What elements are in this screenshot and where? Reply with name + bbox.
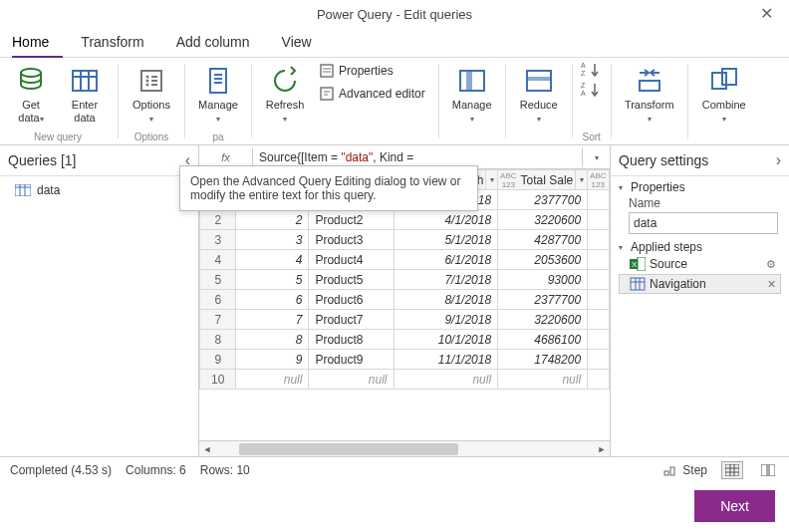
table-row[interactable]: 44Product46/1/20182053600 xyxy=(200,250,610,270)
table-row[interactable]: 66Product68/1/20182377700 xyxy=(200,290,610,310)
cell[interactable] xyxy=(588,350,610,370)
table-row[interactable]: 77Product79/1/20183220600 xyxy=(200,310,610,330)
table-row[interactable]: 22Product24/1/20183220600 xyxy=(200,210,610,230)
cell[interactable] xyxy=(588,230,610,250)
table-row[interactable]: 55Product57/1/201893000 xyxy=(200,270,610,290)
cell[interactable]: Product8 xyxy=(309,330,394,350)
row-number[interactable]: 9 xyxy=(200,350,236,370)
row-number[interactable]: 8 xyxy=(200,330,236,350)
cell[interactable]: 2377700 xyxy=(498,290,588,310)
column-filter-Order Month[interactable]: ▾ xyxy=(485,170,497,189)
cell[interactable]: 2053600 xyxy=(498,250,588,270)
sort-asc-button[interactable]: AZ xyxy=(581,62,603,78)
table-row[interactable]: 88Product810/1/20184686100 xyxy=(200,330,610,350)
cell[interactable]: 5 xyxy=(236,270,309,290)
cell[interactable]: Product5 xyxy=(309,270,394,290)
table-row[interactable]: 33Product35/1/20184287700 xyxy=(200,230,610,250)
properties-button[interactable]: Properties xyxy=(314,60,430,82)
schema-view-button[interactable] xyxy=(757,461,779,479)
cell[interactable] xyxy=(588,210,610,230)
cell[interactable]: 4287700 xyxy=(498,230,588,250)
cell[interactable]: null xyxy=(394,370,498,390)
row-number[interactable]: 7 xyxy=(200,310,236,330)
sort-desc-button[interactable]: ZA xyxy=(581,82,603,98)
column-filter-Total Sale[interactable]: ▾ xyxy=(575,170,587,189)
step-gear-icon[interactable]: ⚙ xyxy=(764,258,778,271)
formula-input[interactable]: Source{[Item = "data", Kind = xyxy=(253,147,582,167)
transform-button[interactable]: Transform▾ xyxy=(620,60,679,129)
cell[interactable]: 1748200 xyxy=(498,350,588,370)
row-number[interactable]: 5 xyxy=(200,270,236,290)
cell[interactable]: 3220600 xyxy=(498,310,588,330)
table-row[interactable]: 99Product911/1/20181748200 xyxy=(200,350,610,370)
column-header-Total Sale[interactable]: ABC123Total Sale▾ xyxy=(498,170,588,190)
applied-steps-header[interactable]: ▾Applied steps xyxy=(619,240,781,254)
properties-section-header[interactable]: ▾Properties xyxy=(619,180,781,194)
step-nav[interactable]: Step xyxy=(662,463,707,477)
horizontal-scrollbar[interactable]: ◄ ► xyxy=(199,440,610,456)
cell[interactable]: 3220600 xyxy=(498,210,588,230)
tab-view[interactable]: View xyxy=(282,28,326,57)
cell[interactable]: 6 xyxy=(236,290,309,310)
row-number[interactable]: 10 xyxy=(200,370,236,390)
cell[interactable]: 2 xyxy=(236,210,309,230)
query-name-input[interactable] xyxy=(629,212,778,234)
scroll-left-arrow[interactable]: ◄ xyxy=(199,441,215,457)
reduce-rows-button[interactable]: Reduce▾ xyxy=(514,60,564,129)
cell[interactable]: 7 xyxy=(236,310,309,330)
cell[interactable]: 4686100 xyxy=(498,330,588,350)
cell[interactable] xyxy=(588,310,610,330)
settings-collapse-button[interactable]: › xyxy=(776,151,781,169)
cell[interactable]: 2377700 xyxy=(498,190,588,210)
cell[interactable]: null xyxy=(236,370,309,390)
query-item-data[interactable]: data xyxy=(4,178,194,202)
row-number[interactable]: 3 xyxy=(200,230,236,250)
close-button[interactable]: ✕ xyxy=(751,4,781,23)
options-button[interactable]: Options▾ xyxy=(127,60,176,129)
cell[interactable]: 10/1/2018 xyxy=(394,330,498,350)
manage-parameters-button[interactable]: Manage▾ xyxy=(193,60,243,129)
manage-columns-button[interactable]: Manage▾ xyxy=(447,60,497,129)
formula-dropdown[interactable]: ▾ xyxy=(582,147,610,167)
refresh-button[interactable]: Refresh▾ xyxy=(260,60,310,129)
row-number[interactable]: 4 xyxy=(200,250,236,270)
cell[interactable] xyxy=(588,330,610,350)
cell[interactable]: 4/1/2018 xyxy=(394,210,498,230)
cell[interactable]: Product2 xyxy=(309,210,394,230)
cell[interactable]: 5/1/2018 xyxy=(394,230,498,250)
scroll-thumb[interactable] xyxy=(239,443,458,455)
applied-step-source[interactable]: XSource⚙ xyxy=(619,254,781,274)
cell[interactable]: 7/1/2018 xyxy=(394,270,498,290)
cell[interactable]: 4 xyxy=(236,250,309,270)
advanced-editor-button[interactable]: Advanced editor xyxy=(314,83,430,105)
cell[interactable]: Product4 xyxy=(309,250,394,270)
tab-home[interactable]: Home xyxy=(12,28,63,58)
table-row[interactable]: 10nullnullnullnull xyxy=(200,370,610,390)
next-button[interactable]: Next xyxy=(694,490,775,522)
step-delete-icon[interactable]: ✕ xyxy=(764,278,778,291)
cell[interactable]: Product9 xyxy=(309,350,394,370)
cell[interactable]: 8/1/2018 xyxy=(394,290,498,310)
cell[interactable]: 6/1/2018 xyxy=(394,250,498,270)
cell[interactable] xyxy=(588,190,610,210)
row-number[interactable]: 6 xyxy=(200,290,236,310)
cell[interactable]: 3 xyxy=(236,230,309,250)
combine-button[interactable]: Combine▾ xyxy=(696,60,752,129)
cell[interactable]: 11/1/2018 xyxy=(394,350,498,370)
cell[interactable] xyxy=(588,270,610,290)
cell[interactable]: null xyxy=(309,370,394,390)
cell[interactable]: 9/1/2018 xyxy=(394,310,498,330)
cell[interactable]: Product3 xyxy=(309,230,394,250)
scroll-right-arrow[interactable]: ► xyxy=(594,441,610,457)
cell[interactable] xyxy=(588,250,610,270)
cell[interactable]: Product6 xyxy=(309,290,394,310)
applied-step-navigation[interactable]: Navigation✕ xyxy=(619,274,781,294)
cell[interactable]: null xyxy=(498,370,588,390)
cell[interactable]: 8 xyxy=(236,330,309,350)
grid-view-button[interactable] xyxy=(721,461,743,479)
enter-data-button[interactable]: Enter data xyxy=(60,60,110,128)
row-number[interactable]: 2 xyxy=(200,210,236,230)
get-data-button[interactable]: Get data▾ xyxy=(6,60,56,129)
tab-transform[interactable]: Transform xyxy=(81,28,157,57)
column-header-extra[interactable]: ABC123▾ xyxy=(588,170,610,190)
